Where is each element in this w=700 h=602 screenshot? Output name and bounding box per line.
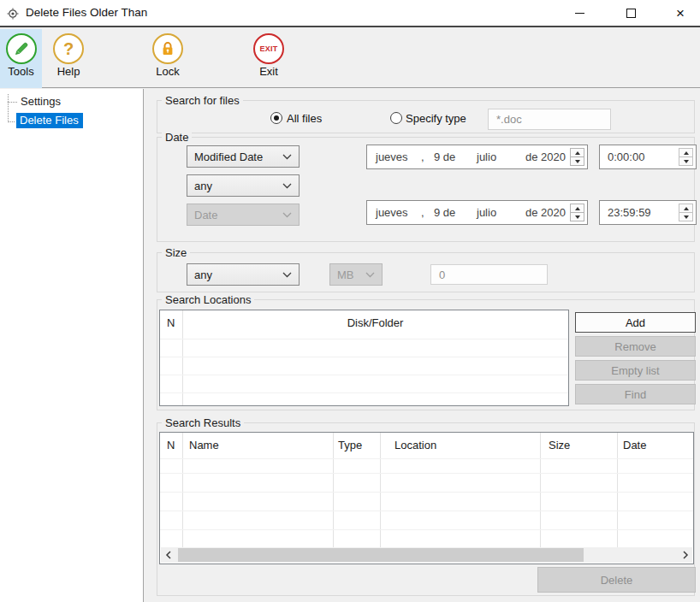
spin-down-button[interactable]: [571, 212, 584, 221]
row-line: [160, 473, 693, 474]
results-col-size[interactable]: Size: [549, 439, 570, 452]
triangle-down-icon: [684, 160, 689, 163]
group-search-for-files-label: Search for files: [162, 94, 243, 107]
group-size-label: Size: [162, 246, 190, 259]
find-button[interactable]: Find: [575, 384, 696, 404]
toolbar-help-label: Help: [47, 65, 90, 78]
row-line: [160, 392, 568, 393]
window-title: Delete Files Older Than: [26, 0, 147, 26]
chevron-down-icon: [282, 212, 292, 218]
chevron-left-icon: [165, 551, 171, 559]
specify-type-label[interactable]: Specify type: [406, 112, 466, 125]
type-pattern-input[interactable]: *.doc: [488, 109, 611, 130]
locations-col-n[interactable]: N: [167, 316, 175, 329]
triangle-down-icon: [575, 160, 580, 163]
locations-col-disk-folder[interactable]: Disk/Folder: [182, 316, 568, 329]
sidebar-item-settings[interactable]: Settings: [21, 95, 61, 108]
date-condition-dropdown[interactable]: any: [187, 174, 300, 197]
tree-connector: [8, 102, 17, 103]
app-window: Delete Files Older Than × Tools ? Help: [0, 0, 700, 602]
horizontal-scrollbar[interactable]: [161, 547, 692, 563]
results-table: N Name Type Location Size Date: [159, 432, 694, 564]
spin-up-button[interactable]: [679, 204, 692, 212]
toolbar-tools-button[interactable]: Tools: [0, 29, 42, 88]
spin-down-button[interactable]: [679, 212, 692, 221]
all-files-radio[interactable]: [270, 112, 282, 124]
size-condition-dropdown[interactable]: any: [187, 263, 300, 286]
delete-button[interactable]: Delete: [537, 567, 696, 593]
end-time-picker[interactable]: 23:59:59: [599, 200, 697, 225]
results-col-location[interactable]: Location: [394, 439, 436, 452]
row-line: [160, 511, 693, 511]
row-line: [160, 357, 568, 357]
settings-tree: Settings Delete Files: [0, 89, 144, 602]
tree-connector: [8, 94, 9, 122]
spin-up-button[interactable]: [679, 149, 692, 156]
date-field-dropdown[interactable]: Modified Date: [187, 145, 300, 168]
start-time-picker[interactable]: 0:00:00: [599, 145, 697, 169]
toolbar-lock-button[interactable]: Lock: [146, 29, 189, 88]
all-files-label[interactable]: All files: [287, 112, 322, 125]
add-button[interactable]: Add: [575, 312, 696, 333]
triangle-up-icon: [575, 207, 580, 210]
time-spinner: [679, 148, 693, 166]
toolbar-exit-button[interactable]: EXIT Exit: [247, 29, 290, 88]
triangle-up-icon: [575, 151, 580, 155]
toolbar: Tools ? Help Lock EXIT Exit: [0, 29, 700, 88]
row-line: [160, 339, 568, 339]
specify-type-radio[interactable]: [390, 112, 402, 124]
spin-down-button[interactable]: [571, 156, 584, 165]
titlebar: Delete Files Older Than ×: [0, 0, 700, 27]
group-date-label: Date: [162, 131, 192, 144]
question-icon: ?: [53, 33, 84, 64]
chevron-down-icon: [365, 272, 375, 278]
results-col-name[interactable]: Name: [189, 439, 219, 452]
toolbar-exit-label: Exit: [247, 65, 290, 78]
close-button[interactable]: ×: [665, 0, 696, 26]
minimize-button[interactable]: [564, 0, 595, 26]
chevron-down-icon: [282, 183, 292, 189]
padlock-icon: [152, 33, 183, 64]
triangle-up-icon: [684, 207, 689, 210]
maximize-button[interactable]: [615, 0, 646, 26]
column-divider: [182, 310, 183, 405]
date-field2-dropdown[interactable]: Date: [187, 204, 300, 226]
chevron-down-icon: [282, 272, 292, 278]
header-divider: [160, 458, 693, 459]
spin-up-button[interactable]: [571, 204, 584, 212]
spin-up-button[interactable]: [571, 149, 584, 156]
group-search-locations-label: Search Locations: [162, 293, 254, 306]
results-col-n[interactable]: N: [167, 439, 175, 452]
sidebar-item-delete-files[interactable]: Delete Files: [16, 113, 83, 128]
date-spinner: [570, 148, 584, 166]
scroll-left-button[interactable]: [161, 547, 175, 563]
toolbar-tools-label: Tools: [0, 65, 42, 78]
row-line: [160, 375, 568, 375]
size-value-input[interactable]: 0: [430, 264, 548, 285]
close-icon: ×: [676, 6, 685, 21]
spin-down-button[interactable]: [679, 156, 692, 165]
triangle-up-icon: [684, 151, 689, 155]
row-line: [160, 492, 693, 493]
minimize-icon: [575, 13, 584, 14]
chevron-right-icon: [683, 551, 689, 559]
results-col-type[interactable]: Type: [338, 439, 362, 452]
scroll-right-button[interactable]: [679, 547, 692, 563]
app-icon[interactable]: [7, 8, 19, 20]
tree-connector: [8, 121, 15, 122]
pencil-icon: [6, 33, 37, 64]
group-search-results-label: Search Results: [162, 416, 244, 429]
end-date-picker[interactable]: jueves , 9 de julio de 2020: [366, 200, 588, 225]
start-date-picker[interactable]: jueves , 9 de julio de 2020: [366, 145, 588, 169]
toolbar-lock-label: Lock: [146, 65, 189, 78]
results-col-date[interactable]: Date: [623, 439, 646, 452]
size-unit-dropdown[interactable]: MB: [329, 263, 383, 286]
toolbar-help-button[interactable]: ? Help: [47, 29, 90, 88]
remove-button[interactable]: Remove: [575, 336, 696, 357]
scroll-thumb[interactable]: [178, 548, 584, 562]
locations-table: N Disk/Folder: [159, 310, 569, 406]
empty-list-button[interactable]: Empty list: [575, 360, 696, 381]
date-spinner: [570, 204, 584, 221]
time-spinner: [679, 204, 693, 221]
row-line: [160, 529, 693, 530]
